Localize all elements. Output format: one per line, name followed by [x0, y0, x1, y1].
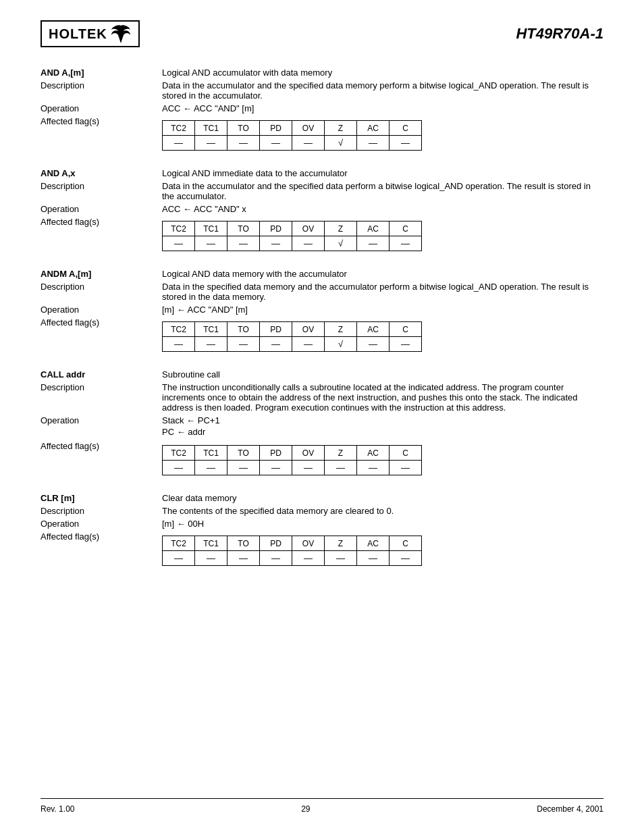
flag-value: — [195, 236, 227, 251]
flag-value: — [325, 461, 357, 475]
operation-content-and_ax: ACC ← ACC "AND" x [162, 204, 603, 214]
description-content-andm_am: Data in the specified data memory and th… [162, 282, 603, 302]
instruction-row-and_am: AND A,[m]Logical AND accumulator with da… [41, 68, 603, 78]
operation-label-and_ax: Operation [41, 204, 162, 214]
logo-bird-icon [110, 24, 132, 43]
description-row-and_ax: DescriptionData in the accumulator and t… [41, 181, 603, 201]
instruction-label-clr_m: CLR [m] [41, 493, 162, 503]
affected-content-call_addr: TC2TC1TOPDOVZACC———————— [162, 441, 603, 475]
flag-value: — [292, 461, 325, 475]
flag-header: TC2 [163, 536, 195, 551]
flag-value: — [227, 236, 260, 251]
flag-value: √ [325, 236, 357, 251]
footer-date: December 4, 2001 [537, 804, 603, 814]
flag-header: TC2 [163, 322, 195, 337]
flag-value: — [357, 337, 390, 352]
instruction-label-and_am: AND A,[m] [41, 68, 162, 78]
flag-header: TO [227, 221, 260, 236]
instruction-short-desc-clr_m: Clear data memory [162, 493, 603, 503]
logo-box: HOLTEK [41, 20, 140, 47]
flag-value: — [195, 136, 227, 151]
flag-header: TO [227, 322, 260, 337]
flag-value: — [260, 461, 292, 475]
description-row-and_am: DescriptionData in the accumulator and t… [41, 80, 603, 101]
operation-line: Stack ← PC+1 [162, 415, 603, 425]
affected-content-clr_m: TC2TC1TOPDOVZACC———————— [162, 531, 603, 566]
flag-header: TC2 [163, 221, 195, 236]
flag-table-andm_am: TC2TC1TOPDOVZACC—————√—— [162, 321, 422, 352]
footer-rev: Rev. 1.00 [41, 804, 74, 814]
affected-label-call_addr: Affected flag(s) [41, 441, 162, 475]
affected-content-and_ax: TC2TC1TOPDOVZACC—————√—— [162, 217, 603, 251]
operation-row-andm_am: Operation[m] ← ACC "AND" [m] [41, 305, 603, 315]
description-content-call_addr: The instruction unconditionally calls a … [162, 382, 603, 413]
instruction-row-clr_m: CLR [m]Clear data memory [41, 493, 603, 503]
flag-value: — [195, 551, 227, 566]
flag-header: PD [260, 322, 292, 337]
flag-header: Z [325, 322, 357, 337]
description-row-call_addr: DescriptionThe instruction unconditional… [41, 382, 603, 413]
affected-label-and_am: Affected flag(s) [41, 116, 162, 151]
flag-header: C [390, 322, 422, 337]
flag-value: — [357, 136, 390, 151]
flag-value: — [227, 136, 260, 151]
instruction-row-andm_am: ANDM A,[m]Logical AND data memory with t… [41, 269, 603, 279]
flag-header: AC [357, 536, 390, 551]
flag-value: √ [325, 136, 357, 151]
flag-value: — [227, 461, 260, 475]
flag-header: PD [260, 221, 292, 236]
operation-content-and_am: ACC ← ACC "AND" [m] [162, 103, 603, 113]
flag-header: AC [357, 446, 390, 461]
flag-header: Z [325, 221, 357, 236]
flag-value: — [163, 136, 195, 151]
flag-value: — [292, 551, 325, 566]
description-label-call_addr: Description [41, 382, 162, 413]
flag-header: OV [292, 121, 325, 136]
flag-header: TC2 [163, 446, 195, 461]
flag-value: — [260, 337, 292, 352]
flag-header: OV [292, 446, 325, 461]
flag-value: — [163, 337, 195, 352]
description-row-andm_am: DescriptionData in the specified data me… [41, 282, 603, 302]
instruction-short-desc-andm_am: Logical AND data memory with the accumul… [162, 269, 603, 279]
instruction-short-desc-and_ax: Logical AND immediate data to the accumu… [162, 168, 603, 178]
flag-header: C [390, 446, 422, 461]
operation-label-and_am: Operation [41, 103, 162, 113]
footer: Rev. 1.00 29 December 4, 2001 [41, 798, 603, 814]
flag-table-and_ax: TC2TC1TOPDOVZACC—————√—— [162, 221, 422, 251]
flag-value: — [195, 461, 227, 475]
description-label-and_ax: Description [41, 181, 162, 201]
flag-value: — [260, 136, 292, 151]
operation-line: PC ← addr [162, 427, 603, 437]
flag-value: — [292, 136, 325, 151]
flag-value: — [390, 551, 422, 566]
instruction-row-call_addr: CALL addrSubroutine call [41, 369, 603, 380]
flag-value: √ [325, 337, 357, 352]
section-andm_am: ANDM A,[m]Logical AND data memory with t… [41, 269, 603, 352]
flag-value: — [390, 337, 422, 352]
operation-content-call_addr: Stack ← PC+1PC ← addr [162, 415, 603, 438]
flag-value: — [357, 461, 390, 475]
flag-header: TC2 [163, 121, 195, 136]
operation-row-and_ax: OperationACC ← ACC "AND" x [41, 204, 603, 214]
section-call_addr: CALL addrSubroutine callDescriptionThe i… [41, 369, 603, 475]
flag-header: OV [292, 536, 325, 551]
flag-value: — [357, 236, 390, 251]
flag-header: OV [292, 221, 325, 236]
flag-header: TO [227, 121, 260, 136]
affected-row-andm_am: Affected flag(s)TC2TC1TOPDOVZACC—————√—— [41, 317, 603, 352]
flag-header: C [390, 221, 422, 236]
affected-label-and_ax: Affected flag(s) [41, 217, 162, 251]
affected-row-and_am: Affected flag(s)TC2TC1TOPDOVZACC—————√—— [41, 116, 603, 151]
flag-header: C [390, 536, 422, 551]
doc-title: HT49R70A-1 [516, 25, 603, 43]
operation-row-call_addr: OperationStack ← PC+1PC ← addr [41, 415, 603, 438]
flag-value: — [260, 551, 292, 566]
flag-value: — [163, 461, 195, 475]
flag-header: AC [357, 121, 390, 136]
logo-area: HOLTEK [41, 20, 140, 47]
operation-label-clr_m: Operation [41, 519, 162, 529]
description-content-and_am: Data in the accumulator and the specifie… [162, 80, 603, 101]
flag-table-call_addr: TC2TC1TOPDOVZACC———————— [162, 445, 422, 475]
flag-header: OV [292, 322, 325, 337]
